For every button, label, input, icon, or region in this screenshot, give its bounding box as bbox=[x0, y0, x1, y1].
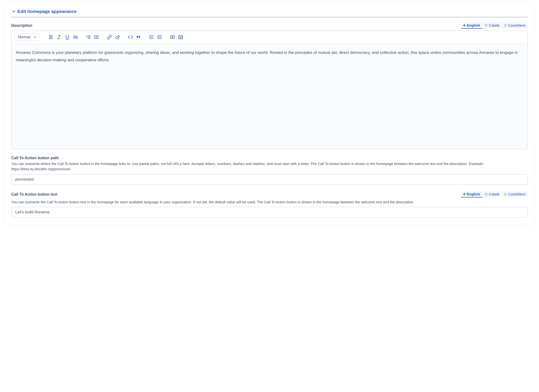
erase-button[interactable] bbox=[114, 34, 121, 40]
cta-text-block: Call To Action button text English Catal… bbox=[11, 191, 528, 218]
chevron-down-icon bbox=[33, 35, 37, 39]
outdent-button[interactable] bbox=[157, 34, 163, 40]
empty-circle-icon bbox=[485, 193, 487, 195]
cta-path-helper: You can overwrite where the Call To Acti… bbox=[11, 161, 528, 172]
strikethrough-icon bbox=[73, 34, 78, 40]
unordered-list-button[interactable] bbox=[93, 34, 100, 40]
svg-point-13 bbox=[94, 35, 95, 36]
divider bbox=[11, 17, 528, 17]
empty-circle-icon bbox=[504, 24, 507, 27]
lang-tab-label: Castellano bbox=[508, 192, 526, 196]
lang-tab-castellano[interactable]: Castellano bbox=[502, 191, 528, 198]
settings-panel: Edit homepage appearance Description Eng… bbox=[4, 2, 535, 224]
lang-tab-catala[interactable]: Català bbox=[483, 23, 502, 29]
cta-text-input[interactable] bbox=[11, 207, 528, 217]
code-icon bbox=[128, 34, 133, 40]
empty-circle-icon bbox=[504, 193, 507, 195]
svg-point-14 bbox=[94, 37, 95, 37]
strikethrough-button[interactable] bbox=[72, 34, 79, 40]
svg-point-15 bbox=[94, 38, 95, 39]
lang-tab-label: Català bbox=[489, 192, 500, 196]
underline-icon bbox=[65, 34, 70, 40]
description-lang-tabs: English Català Castellano bbox=[461, 23, 528, 29]
italic-button[interactable] bbox=[56, 34, 62, 40]
outdent-icon bbox=[157, 34, 162, 40]
link-icon bbox=[107, 34, 112, 40]
lang-tab-english[interactable]: English bbox=[461, 23, 482, 29]
description-label: Description bbox=[11, 23, 32, 28]
empty-circle-icon bbox=[485, 24, 487, 27]
editor-content-text: Annares Commons is your planetary platfo… bbox=[16, 49, 523, 64]
cta-text-label: Call To Action button text bbox=[11, 192, 57, 197]
description-block: Description English Català Castellano bbox=[11, 23, 528, 149]
chevron-down-icon bbox=[11, 9, 16, 14]
section-title: Edit homepage appearance bbox=[17, 9, 77, 14]
rich-text-editor: Normal bbox=[11, 31, 528, 149]
lang-tab-catala[interactable]: Català bbox=[483, 191, 502, 198]
indent-button[interactable] bbox=[148, 34, 155, 40]
underline-button[interactable] bbox=[64, 34, 70, 40]
status-dot-icon bbox=[463, 24, 465, 26]
cta-text-helper: You can overwrite the Call To Action but… bbox=[11, 199, 528, 205]
editor-textarea[interactable]: Annares Commons is your planetary platfo… bbox=[11, 44, 528, 149]
bold-button[interactable] bbox=[48, 34, 54, 40]
cta-path-block: Call To Action button path You can overw… bbox=[11, 156, 528, 185]
lang-tab-label: Castellano bbox=[508, 23, 526, 28]
lang-tab-label: English bbox=[467, 23, 480, 28]
lang-tab-english[interactable]: English bbox=[461, 191, 482, 198]
lang-tab-label: Català bbox=[489, 23, 500, 28]
video-icon bbox=[170, 34, 175, 40]
erase-icon bbox=[115, 34, 120, 40]
quote-button[interactable] bbox=[135, 34, 142, 40]
link-button[interactable] bbox=[106, 34, 112, 40]
italic-icon bbox=[56, 34, 62, 40]
format-select-label: Normal bbox=[18, 35, 30, 39]
cta-path-label: Call To Action button path bbox=[11, 156, 528, 160]
lang-tab-label: English bbox=[467, 192, 480, 196]
image-button[interactable] bbox=[178, 34, 184, 40]
quote-icon bbox=[136, 34, 141, 40]
indent-icon bbox=[149, 34, 154, 40]
format-select[interactable]: Normal bbox=[14, 33, 39, 41]
cta-path-input[interactable] bbox=[11, 174, 528, 185]
lang-tab-castellano[interactable]: Castellano bbox=[502, 23, 528, 29]
svg-line-2 bbox=[58, 35, 60, 39]
svg-marker-23 bbox=[172, 36, 173, 38]
svg-point-25 bbox=[180, 36, 180, 37]
bold-icon bbox=[48, 34, 54, 40]
ordered-list-icon bbox=[86, 34, 91, 40]
unordered-list-icon bbox=[94, 34, 99, 40]
code-button[interactable] bbox=[127, 34, 134, 40]
video-button[interactable] bbox=[169, 34, 176, 40]
editor-toolbar: Normal bbox=[11, 31, 528, 44]
collapse-toggle[interactable]: Edit homepage appearance bbox=[11, 7, 528, 17]
cta-text-lang-tabs: English Català Castellano bbox=[461, 191, 528, 198]
ordered-list-button[interactable] bbox=[85, 34, 91, 40]
image-icon bbox=[178, 34, 183, 40]
status-dot-icon bbox=[463, 193, 465, 195]
